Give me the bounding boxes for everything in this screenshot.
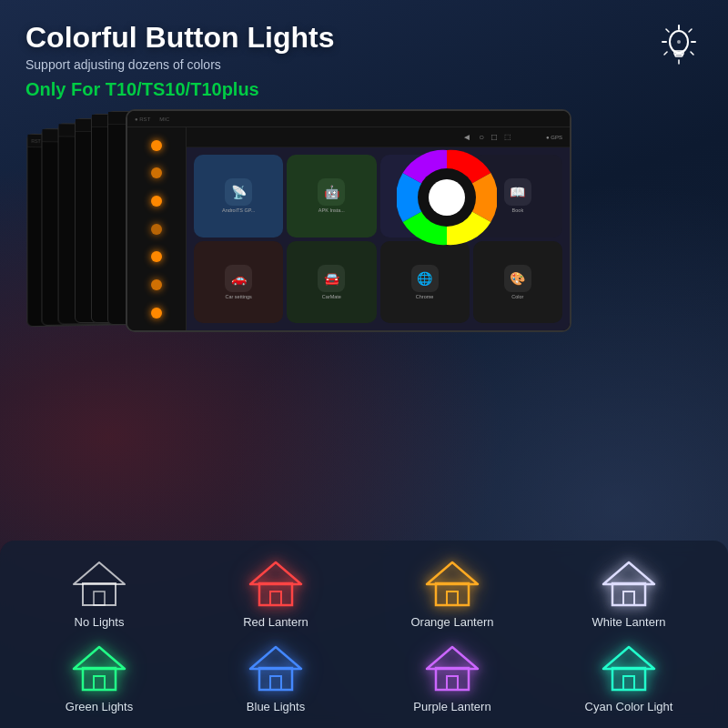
svg-line-9 — [664, 52, 667, 55]
svg-point-14 — [429, 179, 465, 216]
light-label-orange-lantern: Orange Lantern — [410, 615, 493, 629]
color-wheel — [397, 147, 497, 248]
svg-rect-28 — [447, 676, 458, 690]
svg-point-11 — [677, 40, 681, 44]
svg-rect-22 — [623, 592, 634, 605]
svg-rect-30 — [623, 676, 634, 690]
compatibility-text: Only For T10/TS10/T10plus — [25, 79, 334, 100]
house-icon-purple-lantern — [425, 643, 480, 693]
svg-line-7 — [666, 29, 669, 32]
light-label-green-lights: Green Lights — [66, 700, 133, 713]
bulb-icon — [655, 22, 703, 69]
main-tablet: ● RST MIC ◄ — [126, 109, 571, 332]
bottom-section: No LightsRed LanternOrange LanternWhite … — [0, 541, 728, 728]
svg-rect-27 — [436, 668, 469, 690]
house-icon-orange-lantern — [425, 559, 480, 608]
light-label-blue-lights: Blue Lights — [247, 700, 305, 713]
light-item-purple-lantern: Purple Lantern — [368, 643, 537, 713]
house-icon-no-lights — [72, 559, 126, 608]
subtitle: Support adjusting dozens of colors — [25, 57, 334, 72]
light-item-green-lights: Green Lights — [15, 643, 184, 713]
light-label-white-lantern: White Lantern — [592, 615, 666, 629]
house-icon-cyan-color-light — [602, 643, 656, 693]
light-item-orange-lantern: Orange Lantern — [368, 559, 537, 629]
svg-rect-15 — [83, 583, 116, 605]
svg-rect-21 — [612, 583, 645, 605]
house-icon-white-lantern — [602, 559, 656, 608]
light-label-cyan-color-light: Cyan Color Light — [585, 700, 673, 713]
tablet-section: RST MIC — [25, 109, 703, 373]
house-icon-red-lantern — [248, 559, 303, 608]
house-icon-green-lights — [72, 643, 126, 693]
svg-rect-18 — [270, 592, 281, 605]
light-grid: No LightsRed LanternOrange LanternWhite … — [15, 559, 713, 713]
svg-rect-23 — [83, 668, 116, 690]
svg-line-8 — [689, 29, 692, 32]
svg-rect-20 — [447, 592, 458, 605]
light-item-blue-lights: Blue Lights — [191, 643, 360, 713]
header-section: Colorful Button Lights Support adjusting… — [25, 22, 703, 100]
light-item-white-lantern: White Lantern — [544, 559, 713, 629]
svg-rect-25 — [259, 668, 292, 690]
main-content: Colorful Button Lights Support adjusting… — [0, 0, 728, 373]
svg-rect-24 — [94, 676, 105, 690]
light-item-red-lantern: Red Lantern — [191, 559, 360, 629]
svg-rect-17 — [259, 583, 292, 605]
light-label-red-lantern: Red Lantern — [243, 615, 308, 629]
light-label-no-lights: No Lights — [75, 615, 125, 629]
title-area: Colorful Button Lights Support adjusting… — [25, 22, 334, 100]
light-label-purple-lantern: Purple Lantern — [413, 700, 490, 713]
svg-line-10 — [691, 52, 693, 55]
main-title: Colorful Button Lights — [25, 22, 334, 54]
svg-rect-29 — [612, 668, 645, 690]
svg-rect-26 — [270, 676, 281, 690]
house-icon-blue-lights — [248, 643, 303, 693]
svg-rect-16 — [94, 592, 105, 605]
light-item-cyan-color-light: Cyan Color Light — [544, 643, 713, 713]
light-item-no-lights: No Lights — [15, 559, 184, 629]
svg-rect-19 — [436, 583, 469, 605]
